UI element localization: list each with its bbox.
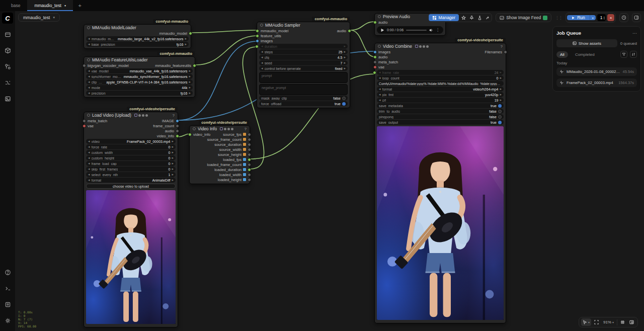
- vhs-preview-icons[interactable]: [415, 45, 429, 48]
- output-dot-loaded_width[interactable]: [248, 173, 251, 177]
- node-load-video-upload[interactable]: comfyui-videohelpersuiteLoad Video (Uplo…: [84, 112, 178, 327]
- show-assets-button[interactable]: Show assets: [556, 39, 617, 47]
- widget-trim_to_audio[interactable]: trim_to_audiofalse: [377, 109, 504, 114]
- widget-mask_away_clip[interactable]: mask_away_clipfalse: [259, 96, 348, 101]
- output-dot-loaded_frame_count[interactable]: [248, 163, 251, 167]
- widget-value[interactable]: 44k: [180, 86, 187, 90]
- workflow-dropdown[interactable]: mmaudio_test ▾: [18, 13, 60, 22]
- input-dot-meta_batch[interactable]: [83, 119, 86, 123]
- output-slot[interactable]: source_frame_count: [207, 137, 248, 142]
- widget-value[interactable]: 0: [167, 168, 171, 171]
- widget-control-before-generate[interactable]: control before generatefixed: [259, 66, 348, 71]
- output-slot[interactable]: source_height: [218, 152, 248, 157]
- widget-duration[interactable]: duration: [259, 44, 348, 49]
- minimap-toggle-button[interactable]: [628, 318, 635, 326]
- output-dot-frame_count[interactable]: [176, 124, 179, 128]
- prompt-textarea[interactable]: negative_prompt: [259, 84, 348, 95]
- toggle-off-icon[interactable]: [342, 97, 346, 100]
- widget-value[interactable]: fp16: [175, 43, 184, 46]
- input-dot-images[interactable]: [256, 39, 259, 43]
- input-slot[interactable]: bigvgan_vocoder_model: [86, 63, 129, 68]
- node-title-bar[interactable]: Video Combine?: [375, 43, 506, 49]
- collapse-icon[interactable]: [87, 58, 90, 61]
- output-slot[interactable]: mmaudio_featureutils: [155, 63, 193, 68]
- pointer-tool-button[interactable]: ▾: [581, 318, 591, 326]
- widget-custom-width[interactable]: custom_width0: [86, 150, 176, 155]
- output-dot-Filenames[interactable]: [504, 50, 507, 54]
- output-slot[interactable]: frame_count: [153, 124, 176, 128]
- sort-icon[interactable]: [630, 51, 637, 58]
- settings-gear-icon[interactable]: [2, 315, 13, 326]
- node-video-combine[interactable]: comfyui-videohelpersuiteVideo Combine?im…: [374, 43, 506, 323]
- widget-clip-model[interactable]: clip_modelapple_DFN5B-CLIP-ViT-H-14-384_…: [86, 79, 193, 85]
- input-dot-vae[interactable]: [83, 124, 86, 128]
- output-slot[interactable]: audio: [337, 29, 348, 33]
- node-help-icon[interactable]: ?: [501, 44, 503, 49]
- video-preview[interactable]: [86, 190, 176, 324]
- count-spinner-icon[interactable]: ▴▾: [603, 16, 605, 20]
- widget-value[interactable]: 1: [167, 173, 171, 177]
- panel-toggle-button[interactable]: [632, 13, 641, 22]
- widget-value[interactable]: yuv420p: [483, 93, 498, 97]
- logs-icon[interactable]: [2, 299, 13, 310]
- workflows-icon[interactable]: [2, 29, 13, 40]
- node-mmaudio-featureutilsloader[interactable]: comfyui-mmaudioMMAudio FeatureUtilsLoade…: [84, 56, 195, 98]
- widget-value[interactable]: 0: [167, 162, 171, 166]
- filter-completed[interactable]: Completed: [572, 51, 598, 58]
- widget-loop-count[interactable]: loop_count0: [377, 75, 504, 80]
- output-slot[interactable]: loaded_fps: [223, 157, 248, 162]
- widget-format[interactable]: formatAnimateDiff: [86, 178, 176, 183]
- queue-item[interactable]: MMaudio_2026-01-08_00002-audio... 45.54s: [556, 67, 637, 76]
- widget-value[interactable]: mmaudio_large_44k_v2_fp16.safetensors: [116, 37, 183, 41]
- input-slot[interactable]: meta_batch: [377, 60, 398, 64]
- widget-force_offload[interactable]: force_offloadtrue: [259, 101, 348, 106]
- widget-mmaudio-model[interactable]: mmaudio_modelmmaudio_large_44k_v2_fp16.s…: [86, 36, 189, 41]
- input-slot[interactable]: images: [377, 50, 390, 54]
- output-dot-mmaudio_model[interactable]: [189, 32, 192, 35]
- widget-value[interactable]: 25: [337, 50, 343, 54]
- output-slot[interactable]: loaded_frame_count: [207, 162, 248, 167]
- widget-skip-first-frames[interactable]: skip_first_frames0: [86, 167, 176, 172]
- widget-input-dot[interactable]: [255, 45, 259, 48]
- collapse-icon[interactable]: [193, 127, 196, 130]
- input-dot-feature_utils[interactable]: [256, 34, 259, 38]
- widget-value[interactable]: 4.5: [336, 56, 343, 59]
- manager-button[interactable]: Manager: [429, 14, 459, 21]
- widget-value[interactable]: AnimateDiff: [150, 179, 170, 182]
- share-icon[interactable]: [484, 14, 491, 21]
- widget-seed[interactable]: seed7: [259, 60, 348, 65]
- widget-crf[interactable]: crf19: [377, 98, 504, 103]
- collapse-icon[interactable]: [87, 26, 90, 29]
- widget-mode[interactable]: mode44k: [86, 85, 193, 90]
- seek-bar[interactable]: [406, 30, 427, 31]
- node-help-icon[interactable]: ?: [173, 113, 175, 118]
- widget-base-precision[interactable]: base_precisionfp16: [86, 42, 189, 47]
- comfyui-logo[interactable]: C: [2, 13, 13, 24]
- node-title-bar[interactable]: Load Video (Upload)?: [84, 112, 178, 118]
- new-tab-button[interactable]: +: [73, 0, 86, 11]
- widget-pingpong[interactable]: pingpongfalse: [377, 114, 504, 119]
- filter-funnel-icon[interactable]: [620, 51, 627, 58]
- input-slot[interactable]: audio: [377, 20, 387, 25]
- output-dot-loaded_height[interactable]: [248, 178, 251, 182]
- output-dot-audio[interactable]: [176, 129, 179, 133]
- widget-cfg[interactable]: cfg4.5: [259, 55, 348, 60]
- play-icon[interactable]: [380, 28, 384, 32]
- widget-force-rate[interactable]: force_rate0: [86, 144, 176, 149]
- star-icon[interactable]: [460, 14, 467, 21]
- node-mmaudio-sampler[interactable]: comfyui-mmaudioMMAudio Samplermmaudio_mo…: [257, 22, 350, 108]
- output-dot-source_width[interactable]: [248, 148, 251, 151]
- help-icon[interactable]: [2, 267, 13, 278]
- widget-video[interactable]: videoFramePack_02_00003.mp4: [86, 139, 176, 144]
- gallery-icon[interactable]: [2, 93, 13, 104]
- output-slot[interactable]: source_duration: [214, 142, 248, 147]
- output-dot-mmaudio_featureutils[interactable]: [193, 64, 196, 67]
- node-library-icon[interactable]: [2, 61, 13, 72]
- upload-video-button[interactable]: choose video to upload: [86, 184, 176, 189]
- node-title-bar[interactable]: MMAudio FeatureUtilsLoader: [84, 57, 195, 63]
- widget-save_output[interactable]: save_outputtrue: [377, 120, 504, 125]
- widget-vae-model[interactable]: vae_modelmmaudio_vae_44k_fp16.safetensor…: [86, 68, 193, 73]
- output-slot[interactable]: source_width: [219, 147, 248, 152]
- clear-queue-button[interactable]: ×: [607, 14, 614, 21]
- output-slot[interactable]: video_info: [157, 134, 176, 138]
